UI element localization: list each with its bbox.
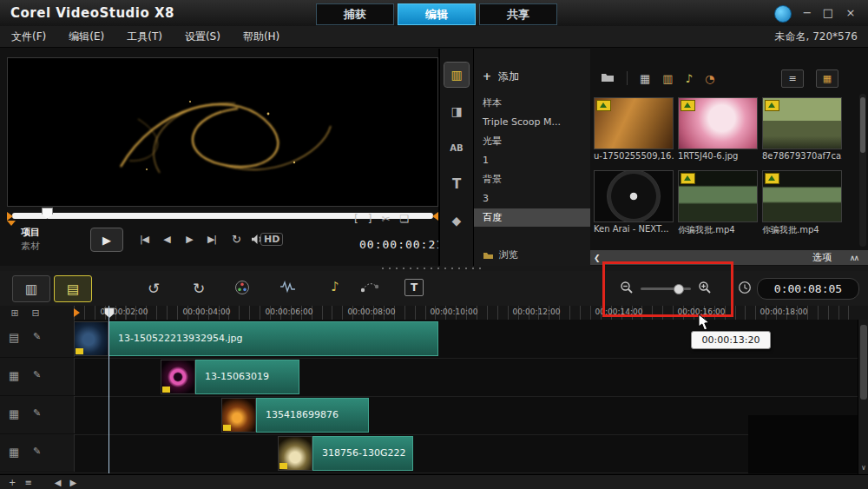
- go-end-button[interactable]: ▶|: [201, 231, 222, 247]
- media-library-icon[interactable]: ▥: [444, 63, 469, 87]
- gallery-scrollbar-thumb[interactable]: [860, 97, 865, 153]
- close-button[interactable]: ×: [840, 0, 861, 24]
- timeline-clip[interactable]: 13-15063019: [195, 360, 299, 394]
- overlay-track-icon[interactable]: ▦: [9, 407, 19, 420]
- title-icon[interactable]: T: [444, 172, 469, 196]
- menu-settings[interactable]: 设置(S): [174, 26, 232, 47]
- add-track-icon[interactable]: +: [9, 478, 16, 487]
- go-start-button[interactable]: |◀: [134, 231, 155, 247]
- timeline-ruler[interactable]: 00:00:02:00 00:00:04:00 00:00:06:00 00:0…: [74, 306, 858, 320]
- minimize-button[interactable]: −: [797, 0, 818, 24]
- tab-edit[interactable]: 编辑: [398, 3, 476, 25]
- options-label[interactable]: 选项: [812, 251, 832, 264]
- track-edit-icon[interactable]: ✎: [33, 369, 41, 380]
- nav-item-samples[interactable]: 样本: [474, 94, 590, 112]
- scroll-down-icon[interactable]: ∨: [858, 462, 868, 472]
- timeline-view-button[interactable]: ▤: [54, 275, 92, 302]
- browse-button[interactable]: 浏览: [474, 245, 590, 264]
- nav-item-3[interactable]: 3: [474, 189, 590, 208]
- zoom-slider-handle[interactable]: [674, 284, 684, 294]
- sound-mixer-icon[interactable]: [279, 280, 297, 296]
- split-clip-icon[interactable]: ✂: [381, 213, 390, 225]
- scroll-right-icon[interactable]: ▶: [69, 478, 76, 487]
- track-edit-icon[interactable]: ✎: [33, 331, 41, 342]
- transition-icon[interactable]: AB: [444, 135, 469, 160]
- mark-out-button[interactable]: ]: [368, 213, 372, 225]
- overlay-track-icon[interactable]: ▦: [9, 446, 19, 459]
- nav-item-triplescoop[interactable]: Triple Scoop M...: [474, 113, 590, 131]
- timeline-clip[interactable]: 135418699876: [256, 398, 369, 433]
- track-edit-icon[interactable]: ✎: [33, 446, 41, 457]
- nav-item-background[interactable]: 背景: [474, 170, 590, 188]
- gallery-scrollbar[interactable]: [859, 94, 866, 247]
- menu-edit[interactable]: 编辑(E): [57, 26, 115, 47]
- preview-video[interactable]: [7, 57, 438, 207]
- maximize-button[interactable]: □: [818, 0, 838, 24]
- trim-start-marker-icon[interactable]: [7, 212, 13, 221]
- play-button[interactable]: ▶: [90, 228, 123, 252]
- prev-frame-button[interactable]: ◀: [156, 231, 177, 247]
- playhead-handle[interactable]: [104, 307, 115, 318]
- zoom-out-icon[interactable]: [620, 281, 634, 297]
- filter-all-icon[interactable]: ▦: [640, 72, 650, 85]
- repeat-button[interactable]: ↻: [226, 231, 247, 247]
- options-back-icon[interactable]: ❮: [594, 254, 601, 262]
- mode-clip-label[interactable]: 素材: [21, 240, 40, 253]
- record-capture-icon[interactable]: [234, 280, 252, 299]
- filter-audio-icon[interactable]: ♪: [686, 72, 693, 85]
- nav-item-baidu[interactable]: 百度: [474, 208, 590, 227]
- track-edit-icon[interactable]: ✎: [33, 407, 41, 419]
- duration-clock-icon[interactable]: [738, 281, 752, 297]
- overlay-track-icon[interactable]: ▦: [9, 369, 19, 382]
- media-thumbnail[interactable]: Ken Arai - NEXT...: [594, 170, 674, 240]
- overlay-track-header[interactable]: ▦ ✎: [0, 358, 75, 395]
- zoom-slider[interactable]: [641, 287, 691, 290]
- clip-thumbnail[interactable]: [161, 360, 195, 394]
- media-thumbnail[interactable]: 1RT5J40-6.jpg: [678, 97, 758, 167]
- track-collapse-icon[interactable]: ⊟: [28, 307, 43, 319]
- menu-help[interactable]: 帮助(H): [232, 26, 291, 47]
- overlay-track-header[interactable]: ▦ ✎: [0, 434, 75, 472]
- media-thumbnail[interactable]: u-1750255509,16...: [594, 97, 674, 167]
- zoom-in-icon[interactable]: [698, 281, 712, 297]
- scroll-left-icon[interactable]: ◀: [55, 478, 62, 487]
- add-folder-button[interactable]: + 添加: [474, 66, 590, 87]
- clip-thumbnail[interactable]: [74, 321, 108, 356]
- menu-tools[interactable]: 工具(T): [115, 26, 174, 47]
- track-manager-icon[interactable]: ⊞: [7, 307, 23, 319]
- globe-icon[interactable]: [774, 5, 792, 23]
- auto-music-icon[interactable]: ♪: [326, 277, 344, 296]
- redo-button[interactable]: ↻: [187, 277, 210, 300]
- menu-file[interactable]: 文件(F): [0, 26, 57, 47]
- clip-thumbnail[interactable]: [221, 398, 256, 433]
- graphics-icon[interactable]: ◆: [444, 208, 469, 233]
- media-thumbnail[interactable]: 你骗我批.mp4: [678, 170, 758, 240]
- media-thumbnail[interactable]: 8e78679370af7ca...: [762, 97, 842, 167]
- undo-button[interactable]: ↺: [142, 277, 165, 300]
- clip-thumbnail[interactable]: [278, 436, 312, 471]
- overlay-track-header[interactable]: ▦ ✎: [0, 396, 75, 433]
- hd-badge[interactable]: HD: [260, 233, 283, 246]
- tracks-scrollbar[interactable]: ∨: [858, 320, 868, 474]
- list-view-button[interactable]: ≡: [781, 69, 804, 88]
- tab-share[interactable]: 共享: [479, 3, 557, 25]
- grid-view-button[interactable]: ▦: [816, 69, 838, 88]
- motion-track-icon[interactable]: [361, 280, 378, 295]
- subtitle-editor-icon[interactable]: T: [404, 279, 424, 296]
- video-track-icon[interactable]: ▤: [9, 331, 19, 344]
- timeline-clip[interactable]: 13-150522213932954.jpg: [108, 321, 438, 356]
- enlarge-preview-icon[interactable]: ❏: [399, 213, 409, 225]
- video-track-header[interactable]: ▤ ✎: [0, 320, 75, 357]
- storyboard-view-button[interactable]: ▥: [12, 275, 50, 302]
- filter-photo-icon[interactable]: ▥: [662, 72, 673, 85]
- nav-item-flare[interactable]: 光晕: [474, 132, 590, 150]
- playhead-line[interactable]: [108, 306, 109, 473]
- import-folder-icon[interactable]: [601, 71, 615, 85]
- timeline-clip[interactable]: 318756-130G222: [312, 436, 413, 471]
- tracks-scrollbar-thumb[interactable]: [860, 325, 867, 400]
- mode-project-label[interactable]: 项目: [21, 226, 40, 239]
- tab-capture[interactable]: 捕获: [316, 3, 394, 25]
- track-list-icon[interactable]: ≡: [24, 478, 31, 487]
- filter-video-icon[interactable]: ◔: [705, 72, 714, 85]
- mark-in-button[interactable]: [: [354, 213, 358, 225]
